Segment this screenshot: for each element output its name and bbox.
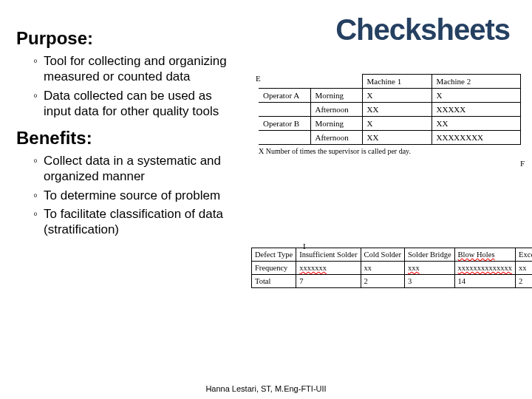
table-cell: Operator A: [259, 89, 310, 103]
table-cell: Excessive Solder: [516, 248, 532, 262]
table-cell: Afternoon: [310, 131, 362, 145]
table-cell: 7: [296, 275, 361, 288]
table-cell: xx: [361, 262, 404, 275]
list-item: To facilitate classification of data (st…: [33, 206, 240, 238]
table-cell: XX: [432, 117, 521, 131]
table-cell: 14: [454, 275, 516, 288]
table-cell: xxxxxxx: [296, 262, 361, 275]
list-item: Collect data in a systematic and organiz…: [33, 153, 240, 185]
marker-f: F: [520, 159, 525, 168]
table-cell: 2: [361, 275, 404, 288]
benefits-list: Collect data in a systematic and organiz…: [33, 153, 240, 237]
table-cell: Operator B: [259, 117, 310, 131]
table-cell: Machine 2: [432, 75, 521, 89]
table-cell: Frequency: [252, 262, 296, 275]
table-cell: Insufficient Solder: [296, 248, 361, 262]
table-cell: Solder Bridge: [404, 248, 454, 262]
list-item: To determine source of problem: [33, 188, 240, 203]
table-cell: Afternoon: [310, 103, 362, 117]
slide-title: Checksheets: [335, 13, 510, 47]
table-note: X Number of times the supervisor is call…: [259, 147, 521, 155]
table-cell: Cold Solder: [361, 248, 404, 262]
table-cell: X: [362, 89, 432, 103]
table-cell: XX: [362, 103, 432, 117]
table-cell: XX: [362, 131, 432, 145]
table-cell: xxxxxxxxxxxxxx: [454, 262, 516, 275]
list-item: Tool for collecting and organizing measu…: [33, 53, 240, 85]
table-cell: xxx: [404, 262, 454, 275]
table-cell: xx: [516, 262, 532, 275]
table-cell: Morning: [310, 89, 362, 103]
table-cell: Defect Type: [252, 248, 296, 262]
checksheet-table-2: Defect Type Insufficient Solder Cold Sol…: [251, 248, 523, 288]
list-item: Data collected can be used as input data…: [33, 88, 240, 120]
table-cell: X: [362, 117, 432, 131]
table-cell: Total: [252, 275, 296, 288]
table-cell: X: [432, 89, 521, 103]
purpose-list: Tool for collecting and organizing measu…: [33, 53, 240, 119]
checksheet-table-1: Machine 1 Machine 2 Operator A Morning X…: [259, 74, 521, 155]
table-cell: Machine 1: [362, 75, 432, 89]
table-cell: XXXXXXXX: [432, 131, 521, 145]
table-cell: 3: [404, 275, 454, 288]
table-cell: 2: [516, 275, 532, 288]
table-cell: Blow Holes: [454, 248, 516, 262]
table-cell: Morning: [310, 117, 362, 131]
table-cell: XXXXX: [432, 103, 521, 117]
footer-credit: Hanna Lestari, ST, M.Eng-FTI-UII: [0, 384, 532, 393]
